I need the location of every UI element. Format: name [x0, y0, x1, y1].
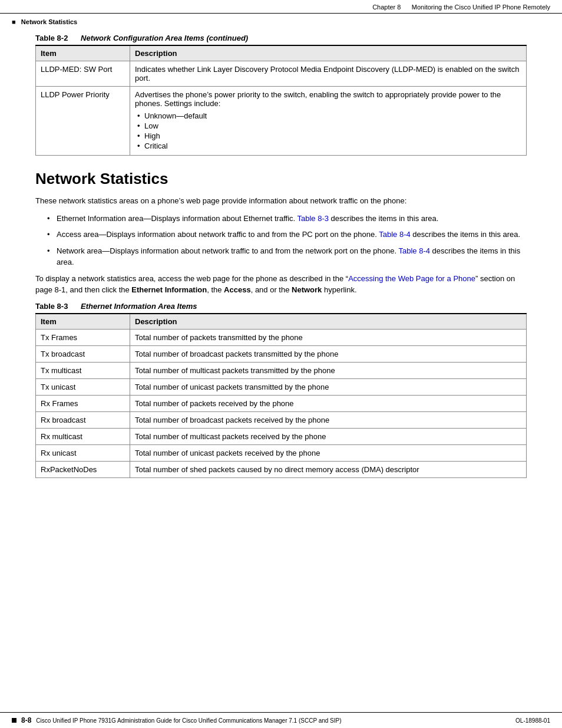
- table2-row-desc: Total number of packets received by the …: [130, 395, 527, 411]
- table-row: Tx FramesTotal number of packets transmi…: [36, 329, 527, 345]
- intro-paragraph: These network statistics areas on a phon…: [35, 195, 527, 207]
- table-row: Tx multicastTotal number of multicast pa…: [36, 362, 527, 378]
- table2-row-desc: Total number of packets transmitted by t…: [130, 329, 527, 345]
- page-header: Chapter 8 Monitoring the Cisco Unified I…: [0, 0, 562, 14]
- list-item: Ethernet Information area—Displays infor…: [47, 213, 527, 225]
- breadcrumb: ■ Network Statistics: [0, 16, 562, 28]
- table-row: Rx unicastTotal number of unicast packet…: [36, 444, 527, 461]
- table1-caption-label: Table 8-2: [35, 34, 68, 42]
- table-row: LLDP Power Priority Advertises the phone…: [36, 87, 527, 156]
- footer-icon: [12, 718, 16, 723]
- table1-caption-title: Network Configuration Area Items (contin…: [81, 34, 248, 42]
- table2-row-item: Tx Frames: [36, 329, 130, 345]
- table2-row-desc: Total number of unicast packets transmit…: [130, 378, 527, 395]
- table2-row-item: Rx broadcast: [36, 411, 130, 428]
- table2-row-item: RxPacketNoDes: [36, 461, 130, 477]
- table2: Item Description Tx FramesTotal number o…: [35, 313, 527, 478]
- table2-row-desc: Total number of multicast packets transm…: [130, 362, 527, 378]
- table1-row2-item: LLDP Power Priority: [36, 87, 130, 156]
- header-text: Chapter 8 Monitoring the Cisco Unified I…: [372, 4, 550, 11]
- bullet1-text-after: describes the items in this area.: [329, 214, 438, 223]
- table2-row-desc: Total number of broadcast packets transm…: [130, 345, 527, 362]
- feature-bullet-list: Ethernet Information area—Displays infor…: [47, 213, 527, 268]
- list-item: Low: [135, 121, 521, 130]
- access-text3: , and or the: [251, 285, 292, 294]
- table1-header-desc: Description: [130, 45, 527, 61]
- table-row: Rx broadcastTotal number of broadcast pa…: [36, 411, 527, 428]
- footer-doc-title: Cisco Unified IP Phone 7931G Administrat…: [36, 717, 341, 724]
- table1-row2-desc: Advertises the phone’s power priority to…: [130, 87, 527, 156]
- header-chapter: Chapter 8: [372, 4, 401, 11]
- page-container: Chapter 8 Monitoring the Cisco Unified I…: [0, 0, 562, 728]
- bullet2-text-before: Access area—Displays information about n…: [57, 230, 379, 239]
- access-text-before: To display a network statistics area, ac…: [35, 274, 348, 283]
- table-row: RxPacketNoDesTotal number of shed packet…: [36, 461, 527, 477]
- power-priority-list: Unknown—default Low High Critical: [135, 111, 521, 150]
- table2-row-item: Rx unicast: [36, 444, 130, 461]
- table2-row-desc: Total number of shed packets caused by n…: [130, 461, 527, 477]
- table2-caption-title: Ethernet Information Area Items: [81, 302, 197, 311]
- table-row: LLDP-MED: SW Port Indicates whether Link…: [36, 61, 527, 87]
- table-row: Tx unicastTotal number of unicast packet…: [36, 378, 527, 395]
- intro-text: These network statistics areas on a phon…: [35, 196, 406, 205]
- table1: Item Description LLDP-MED: SW Port Indic…: [35, 45, 527, 156]
- list-item: Access area—Displays information about n…: [47, 229, 527, 241]
- table2-row-desc: Total number of unicast packets received…: [130, 444, 527, 461]
- network-bold: Network: [292, 285, 322, 294]
- list-item: Critical: [135, 141, 521, 150]
- list-item: High: [135, 131, 521, 140]
- page-footer: 8-8 Cisco Unified IP Phone 7931G Adminis…: [0, 712, 562, 728]
- table2-caption-label: Table 8-3: [35, 302, 68, 311]
- table-row: Tx broadcastTotal number of broadcast pa…: [36, 345, 527, 362]
- table1-row1-desc: Indicates whether Link Layer Discovery P…: [130, 61, 527, 87]
- footer-page-number: 8-8: [21, 716, 31, 724]
- table-row: Rx multicastTotal number of multicast pa…: [36, 428, 527, 444]
- bullet1-text-before: Ethernet Information area—Displays infor…: [57, 214, 297, 223]
- access-text4: hyperlink.: [322, 285, 356, 294]
- table2-header-desc: Description: [130, 314, 527, 330]
- ethernet-info-bold: Ethernet Information: [131, 285, 207, 294]
- table1-row1-item: LLDP-MED: SW Port: [36, 61, 130, 87]
- table8-3-link[interactable]: Table 8-3: [297, 214, 329, 223]
- table2-row-item: Rx Frames: [36, 395, 130, 411]
- table2-row-desc: Total number of multicast packets receiv…: [130, 428, 527, 444]
- access-bold: Access: [224, 285, 251, 294]
- table8-4-link-1[interactable]: Table 8-4: [379, 230, 410, 239]
- bullet3-text-before: Network area—Displays information about …: [57, 246, 399, 255]
- accessing-web-page-link[interactable]: Accessing the Web Page for a Phone: [348, 274, 475, 283]
- table2-row-item: Tx broadcast: [36, 345, 130, 362]
- table-row: Rx FramesTotal number of packets receive…: [36, 395, 527, 411]
- table2-row-item: Rx multicast: [36, 428, 130, 444]
- footer-right: OL-18988-01: [515, 717, 550, 724]
- table2-header-item: Item: [36, 314, 130, 330]
- table2-row-desc: Total number of broadcast packets receiv…: [130, 411, 527, 428]
- list-item: Unknown—default: [135, 111, 521, 120]
- main-content: Table 8-2 Network Configuration Area Ite…: [0, 28, 562, 523]
- table1-caption-wrapper: Table 8-2 Network Configuration Area Ite…: [35, 34, 527, 42]
- table8-4-link-2[interactable]: Table 8-4: [399, 246, 430, 255]
- breadcrumb-icon: ■: [12, 18, 16, 25]
- section-heading: Network Statistics: [35, 170, 527, 188]
- list-item: Network area—Displays information about …: [47, 245, 527, 268]
- footer-left: 8-8 Cisco Unified IP Phone 7931G Adminis…: [12, 716, 342, 724]
- breadcrumb-text: Network Statistics: [21, 18, 77, 25]
- table2-caption-wrapper: Table 8-3 Ethernet Information Area Item…: [35, 302, 527, 311]
- header-title: Monitoring the Cisco Unified IP Phone Re…: [412, 4, 550, 11]
- access-text2: , the: [207, 285, 224, 294]
- access-paragraph: To display a network statistics area, ac…: [35, 273, 527, 296]
- table2-row-item: Tx unicast: [36, 378, 130, 395]
- bullet2-text-after: describes the items in this area.: [411, 230, 520, 239]
- footer-ol-number: OL-18988-01: [515, 717, 550, 724]
- table1-header-item: Item: [36, 45, 130, 61]
- table2-row-item: Tx multicast: [36, 362, 130, 378]
